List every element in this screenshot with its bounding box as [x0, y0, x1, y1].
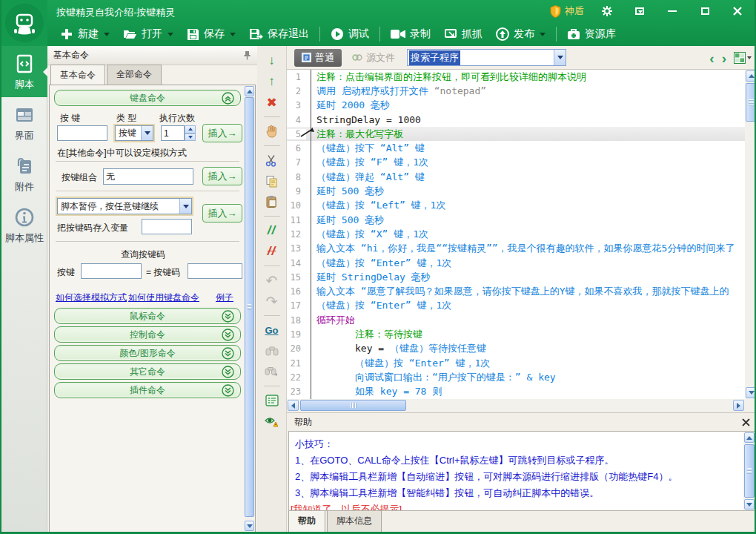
section-4-header[interactable]: 插件命令: [54, 382, 241, 398]
redo-icon[interactable]: ↷: [262, 292, 282, 310]
code-line-9[interactable]: 9延时 500 毫秒: [287, 184, 745, 198]
section-3-header[interactable]: 其它命令: [54, 363, 241, 380]
section-0-header[interactable]: 鼠标命令: [54, 308, 241, 324]
pin-icon[interactable]: [243, 50, 251, 60]
sidebar-item-script-properties[interactable]: 脚本属性: [1, 200, 47, 251]
sidebar-item-interface[interactable]: 界面: [1, 97, 47, 148]
toolbar-button-debug[interactable]: 调试: [324, 22, 376, 46]
undo-icon[interactable]: ↶: [262, 271, 282, 289]
toolbar-button-publish[interactable]: 发布: [489, 22, 552, 46]
section-1-header[interactable]: 控制命令: [54, 326, 241, 343]
code-line-17[interactable]: 17（键盘）按 “Enter” 键，1次: [287, 299, 745, 313]
find-next-icon[interactable]: [262, 363, 282, 380]
code-line-15[interactable]: 15延时 StringDelay 毫秒: [287, 270, 745, 284]
uncomment-icon[interactable]: //: [262, 243, 282, 260]
panel-tab-0[interactable]: 基本命令: [50, 65, 105, 85]
toolbar-button-new[interactable]: 新建: [53, 22, 116, 46]
code-line-23[interactable]: 23如果 key = 78 则: [287, 385, 745, 399]
tray-panel-icon[interactable]: [630, 4, 649, 19]
scroll-down-icon[interactable]: [744, 499, 755, 510]
code-line-21[interactable]: 21（键盘）按 “Enter” 键，1次: [287, 356, 745, 370]
settings-icon[interactable]: [597, 4, 617, 19]
scroll-down-icon[interactable]: [245, 521, 254, 531]
code-line-11[interactable]: 11延时 500 毫秒: [287, 213, 745, 227]
code-line-5[interactable]: 5注释：最大化写字板: [287, 127, 745, 141]
help-tab-0[interactable]: 帮助: [288, 511, 325, 533]
nav-back-icon[interactable]: ‹: [709, 51, 714, 65]
code-line-6[interactable]: 6（键盘）按下 “Alt” 键: [287, 141, 745, 155]
code-line-22[interactable]: 22向调试窗口输出：“用户按下的键是：” & key: [287, 370, 745, 384]
combo-input[interactable]: [103, 168, 193, 185]
toolbar-button-save-exit[interactable]: 保存退出: [242, 22, 316, 46]
dismiss-link[interactable]: [我知道了，以后不必提示]: [289, 501, 755, 511]
help-scroll-thumb[interactable]: [744, 444, 755, 498]
find-icon[interactable]: [262, 342, 282, 360]
scroll-left-icon[interactable]: [288, 400, 299, 411]
panel-scroll-thumb[interactable]: [245, 97, 254, 517]
scroll-up-icon[interactable]: [746, 70, 756, 82]
code-line-2[interactable]: 2调用 启动程序或打开文件 “notepad”: [287, 84, 745, 98]
pause-action-select[interactable]: 脚本暂停，按任意键继续: [57, 198, 192, 214]
section-2-header[interactable]: 颜色/图形命令: [54, 345, 241, 361]
panel-tab-1[interactable]: 全部命令: [107, 65, 162, 85]
code-line-13[interactable]: 13输入文本 “hi，你好，我是““按键精灵””，我是个很有趣的软件，如果你愿意…: [287, 242, 745, 256]
paste-icon[interactable]: [262, 193, 282, 211]
goto-line-icon[interactable]: Go: [262, 321, 282, 339]
hand-drag-icon[interactable]: [262, 122, 282, 140]
toolbar-button-save[interactable]: 保存: [180, 22, 242, 46]
help-link-0[interactable]: 如何选择模拟方式: [56, 291, 127, 304]
code-line-4[interactable]: 4StringDelay = 1000: [287, 113, 745, 127]
scroll-right-icon[interactable]: [733, 400, 744, 411]
code-line-3[interactable]: 3延时 2000 毫秒: [287, 99, 745, 113]
scroll-up-icon[interactable]: [245, 86, 254, 96]
code-line-7[interactable]: 7（键盘）按 “F” 键，1次: [287, 156, 745, 170]
editor-vscroll-thumb[interactable]: [746, 83, 756, 122]
shield-badge[interactable]: 神盾: [550, 4, 584, 18]
query-code-input[interactable]: [188, 263, 242, 279]
subroutine-search-combo[interactable]: 搜索子程序: [407, 49, 566, 66]
insert-combo-button[interactable]: 插入→: [202, 167, 242, 185]
sidebar-item-attachment[interactable]: 附件: [1, 148, 47, 200]
keyboard-commands-header[interactable]: 键盘命令: [54, 90, 241, 106]
key-input[interactable]: [57, 125, 107, 141]
mode-source-button[interactable]: 源文件: [352, 51, 395, 65]
copy-icon[interactable]: [262, 172, 282, 190]
insert-key-button[interactable]: 插入→: [202, 124, 242, 142]
script-manager-icon[interactable]: [262, 392, 282, 409]
help-close-icon[interactable]: [742, 418, 750, 426]
code-line-10[interactable]: 10（键盘）按 “Left” 键，1次: [287, 199, 745, 213]
mode-normal-button[interactable]: 普通: [294, 49, 342, 67]
code-line-12[interactable]: 12（键盘）按 “X” 键，1次: [287, 227, 745, 241]
scroll-up-icon[interactable]: [744, 432, 755, 443]
insert-pause-button[interactable]: 插入→: [202, 204, 242, 222]
code-editor[interactable]: 1注释：点击编辑界面的注释按钮，即可看到比较详细的脚本说明2调用 启动程序或打开…: [287, 70, 745, 399]
help-tab-1[interactable]: 脚本信息: [327, 511, 382, 533]
sidebar-item-script[interactable]: 脚本: [1, 46, 47, 97]
toolbar-button-library[interactable]: 资源库: [560, 22, 623, 46]
toolbar-button-capture[interactable]: 抓抓: [437, 22, 489, 46]
code-line-20[interactable]: 20key = （键盘）等待按任意键: [287, 342, 745, 356]
move-up-icon[interactable]: ↑: [262, 73, 282, 90]
key-type-select[interactable]: 按键: [115, 125, 153, 141]
count-spinner[interactable]: [185, 125, 196, 141]
code-line-14[interactable]: 14（键盘）按 “Enter” 键，1次: [287, 256, 745, 270]
move-down-icon[interactable]: ↓: [262, 52, 282, 70]
code-line-19[interactable]: 19注释：等待按键: [287, 327, 745, 341]
count-input[interactable]: [161, 125, 185, 141]
layout-grid-icon[interactable]: [734, 52, 752, 64]
editor-hscroll-thumb[interactable]: [300, 400, 406, 411]
comment-icon[interactable]: //: [262, 222, 282, 240]
syntax-check-icon[interactable]: [262, 412, 282, 430]
store-keycode-input[interactable]: [142, 219, 192, 234]
minimize-icon[interactable]: [663, 4, 682, 19]
delete-line-icon[interactable]: ✖: [262, 93, 282, 111]
code-line-1[interactable]: 1注释：点击编辑界面的注释按钮，即可看到比较详细的脚本说明: [287, 70, 745, 84]
close-icon[interactable]: [728, 4, 747, 19]
maximize-icon[interactable]: [695, 4, 714, 19]
editor-hscrollbar[interactable]: [287, 399, 745, 412]
toolbar-button-open[interactable]: 打开: [116, 22, 180, 46]
code-line-8[interactable]: 8（键盘）弹起 “Alt” 键: [287, 170, 745, 184]
code-line-18[interactable]: 18循环开始: [287, 313, 745, 327]
nav-forward-icon[interactable]: ›: [722, 51, 726, 65]
code-line-16[interactable]: 16输入文本 “愿意了解我吗？如果愿意，请你按下键盘上的Y键，如果不喜欢我，那就…: [287, 284, 745, 298]
